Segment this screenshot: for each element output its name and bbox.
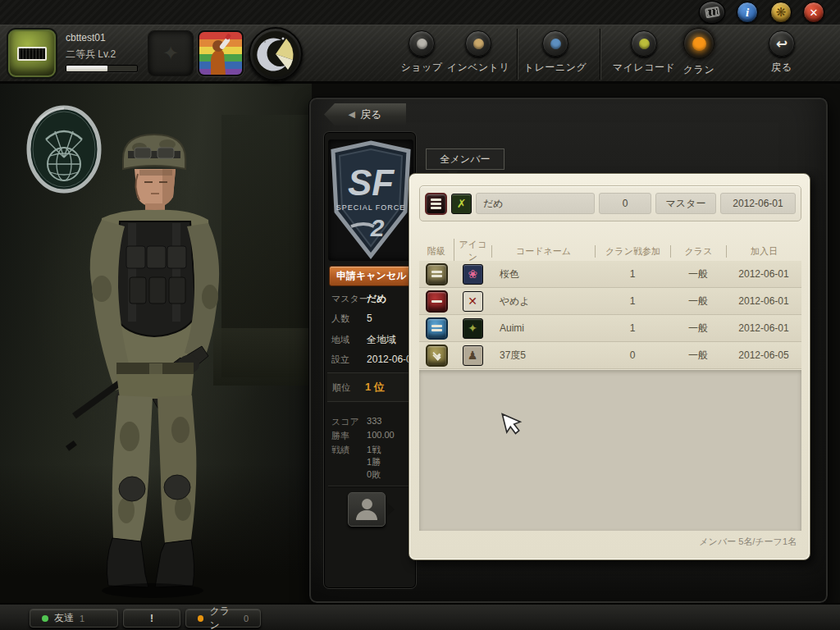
tab-all-members[interactable]: 全メンバー	[426, 148, 504, 170]
nav-shop[interactable]: ショップ	[392, 30, 451, 75]
alert-button[interactable]: !	[123, 609, 180, 628]
xp-progress-fill	[66, 66, 107, 71]
master-class-field: マスター	[655, 193, 716, 214]
bottom-bar: 友達 1 ! クラン 0	[0, 603, 840, 630]
member-avatar-icon: ❀	[463, 264, 483, 285]
system-bar: i ❋ ✕	[0, 0, 840, 25]
settings-icon[interactable]: ❋	[770, 2, 792, 23]
clan-dialog: ◀ 戻る SF SPECIAL FORCE 2 申請キャンセル マスター だめ	[308, 97, 829, 604]
member-row[interactable]: ♟ 37度5 0 一般 2012-06-05	[419, 342, 801, 369]
clan-ranking: 順位 1 位	[327, 372, 414, 402]
member-name: やめよ	[491, 294, 595, 308]
master-member-row[interactable]: ✗ だめ 0 マスター 2012-06-01	[419, 185, 801, 221]
member-avatar-icon: ✕	[463, 291, 483, 312]
close-icon[interactable]: ✕	[803, 2, 824, 23]
rank-icon	[426, 290, 448, 313]
nav-divider	[517, 29, 518, 80]
info-icon[interactable]: i	[737, 2, 758, 23]
svg-text:SPECIAL FORCE: SPECIAL FORCE	[336, 203, 406, 212]
col-class: クラス	[670, 245, 726, 258]
back-chevron-icon: ◀	[349, 109, 355, 120]
selected-tab-pointer	[386, 502, 395, 517]
member-list-tab-button[interactable]	[348, 492, 386, 527]
rank-icon	[426, 263, 448, 285]
nav-back[interactable]: ↩ 戻る	[757, 30, 806, 75]
member-joined: 2012-06-01	[726, 295, 801, 307]
game-screen: i ❋ ✕ cbttest01 二等兵 Lv.2 ✦	[0, 0, 840, 630]
master-joined-field: 2012-06-01	[720, 193, 796, 214]
player-name: cbttest01	[66, 32, 106, 43]
rank-icon	[426, 345, 448, 367]
clan-button-icon	[683, 28, 714, 59]
mouse-cursor	[500, 411, 523, 437]
character-portrait[interactable]	[198, 30, 244, 76]
col-clanwars: クラン戦参加	[595, 245, 670, 258]
clan-status-dot	[198, 615, 203, 622]
member-wars: 1	[595, 322, 670, 334]
svg-text:SF: SF	[348, 162, 395, 203]
nav-clan[interactable]: クラン	[674, 30, 724, 77]
member-class: 一般	[670, 322, 726, 336]
myrecord-button-icon	[631, 30, 657, 57]
member-class: 一般	[670, 267, 726, 281]
xp-progress-bar	[66, 65, 138, 72]
member-avatar-icon: ✦	[463, 318, 483, 339]
svg-text:2: 2	[370, 214, 385, 241]
sf2-shield-icon: SF SPECIAL FORCE 2	[328, 139, 413, 261]
member-rows: ❀ 桜色 1 一般 2012-06-01 ✕ やめよ 1 一般 2012-06-…	[419, 261, 801, 369]
top-bar: cbttest01 二等兵 Lv.2 ✦	[0, 25, 840, 84]
member-row[interactable]: ❀ 桜色 1 一般 2012-06-01	[419, 261, 801, 288]
clan-logo: SF SPECIAL FORCE 2	[328, 139, 413, 261]
rainbow-portrait-icon	[199, 32, 242, 75]
dialog-back-button[interactable]: ◀ 戻る	[324, 103, 406, 126]
nav-myrecord[interactable]: マイレコード	[607, 30, 681, 75]
clan-profile-column: SF SPECIAL FORCE 2 申請キャンセル マスター だめ 人数 5 …	[324, 132, 416, 588]
col-joined: 加入日	[726, 245, 801, 258]
day-night-indicator[interactable]	[249, 27, 303, 81]
training-button-icon	[542, 30, 568, 57]
friends-status-dot	[42, 615, 48, 622]
rank-icon	[426, 317, 448, 340]
member-wars: 1	[595, 268, 670, 280]
divider	[328, 486, 413, 486]
col-rank: 階級	[419, 245, 454, 258]
member-row[interactable]: ✕ やめよ 1 一般 2012-06-01	[419, 288, 801, 315]
empty-medal-slot[interactable]: ✦	[148, 30, 194, 76]
member-table-header: 階級 アイコン コードネーム クラン戦参加 クラス 加入日	[419, 243, 801, 259]
inventory-button-icon	[465, 30, 491, 57]
friends-button[interactable]: 友達 1	[30, 609, 118, 628]
shop-button-icon	[409, 30, 435, 57]
rank-insignia-icon	[17, 47, 47, 61]
cancel-application-button[interactable]: 申請キャンセル	[329, 266, 413, 286]
member-class: 一般	[670, 294, 726, 308]
member-joined: 2012-06-05	[726, 349, 801, 361]
member-name: 37度5	[491, 349, 595, 363]
master-name-field: だめ	[476, 193, 595, 214]
member-avatar-icon: ✗	[451, 194, 472, 214]
member-list-empty-area	[419, 370, 801, 531]
member-avatar-icon: ♟	[463, 345, 483, 366]
master-rank-icon	[425, 193, 447, 215]
clan-chat-button[interactable]: クラン 0	[185, 609, 261, 628]
member-name: Auimi	[491, 322, 595, 334]
exclamation-icon: !	[150, 613, 153, 624]
member-class: 一般	[670, 349, 726, 363]
player-rank-badge[interactable]	[8, 30, 56, 77]
member-wars: 0	[595, 349, 670, 361]
screenshot-icon[interactable]	[699, 1, 725, 24]
member-count-footer: メンバー 5名/チーフ1名	[699, 536, 797, 548]
col-codename: コードネーム	[491, 245, 595, 258]
moon-dial-icon	[250, 29, 301, 80]
master-wars-field: 0	[599, 193, 651, 214]
member-list-panel: ✗ だめ 0 マスター 2012-06-01 階級 アイコン コードネーム クラ…	[409, 173, 810, 560]
member-wars: 1	[595, 295, 670, 307]
nav-inventory[interactable]: インベントリ	[444, 30, 513, 75]
member-joined: 2012-06-01	[726, 322, 801, 334]
col-icon: アイコン	[454, 239, 491, 263]
nav-divider	[600, 29, 600, 80]
soldier-character	[48, 125, 262, 602]
nav-training[interactable]: トレーニング	[518, 30, 592, 75]
member-joined: 2012-06-01	[726, 268, 801, 280]
member-row[interactable]: ✦ Auimi 1 一般 2012-06-01	[419, 315, 801, 342]
back-arrow-icon: ↩	[769, 30, 795, 57]
